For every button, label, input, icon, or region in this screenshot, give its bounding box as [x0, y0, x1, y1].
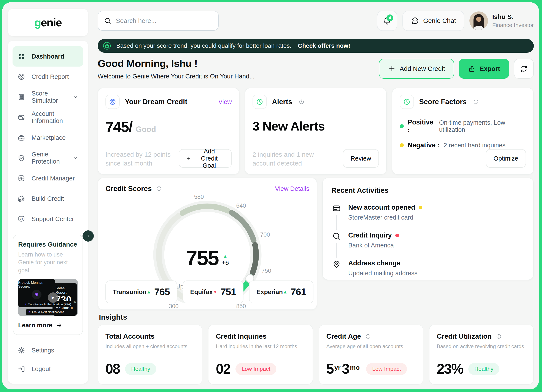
sidebar-item-support-center[interactable]: 24 Support Center — [12, 209, 83, 229]
chevron-down-icon — [73, 155, 79, 161]
sidebar-item-credit-manager[interactable]: Credit Manager — [12, 168, 83, 188]
sidebar-item-label: Settings — [32, 347, 54, 354]
arrow-right-icon — [56, 322, 63, 329]
guidance-card: Requires Guidance Learn how to use Genie… — [13, 235, 83, 335]
banner-cta[interactable]: Check offers now! — [298, 42, 350, 49]
gauge-score-value: 755 — [186, 246, 218, 270]
info-icon[interactable] — [496, 333, 502, 340]
add-credit-goal-button[interactable]: Add Credit Goal — [179, 149, 232, 168]
info-icon[interactable] — [473, 98, 479, 105]
search-icon — [332, 231, 341, 241]
insight-title: Credit Utilization — [437, 332, 492, 340]
target-icon — [105, 95, 120, 109]
gear-icon — [17, 346, 26, 355]
sidebar-item-score-simulator[interactable]: Score Simulator — [12, 87, 83, 107]
activity-title: New account opened — [348, 204, 415, 211]
credit-card-icon — [332, 204, 341, 213]
sidebar: genie Dashboard Credit Report Score Simu — [8, 9, 88, 384]
clock-icon — [400, 95, 414, 109]
play-button[interactable]: ▶ — [48, 292, 58, 303]
chevron-down-icon — [73, 94, 79, 100]
learn-more-link[interactable]: Learn more — [18, 322, 78, 329]
info-icon[interactable] — [298, 98, 305, 105]
sidebar-item-genie-protection[interactable]: Genie Protection — [12, 148, 83, 168]
card-title: Score Factors — [419, 98, 467, 106]
insight-value: 08 — [105, 361, 120, 377]
activity-subtitle: Updated mailing address — [348, 270, 417, 277]
negative-value: 2 recent hard inquiries — [444, 142, 505, 149]
sidebar-item-label: Credit Manager — [32, 175, 75, 182]
alerts-note: 2 inquiries and 1 new account detected — [253, 150, 326, 168]
optimize-button[interactable]: Optimize — [486, 149, 526, 168]
sidebar-item-label: Genie Protection — [32, 151, 73, 165]
view-details-link[interactable]: View Details — [275, 185, 309, 192]
sidebar-item-credit-report[interactable]: Credit Report — [12, 66, 83, 87]
insight-value: 3 — [342, 361, 349, 377]
add-new-credit-button[interactable]: Add New Credit — [379, 59, 454, 79]
info-icon[interactable] — [365, 333, 371, 340]
credit-report-icon — [17, 72, 26, 81]
timeline-connector — [336, 215, 337, 230]
status-badge: Healthy — [468, 363, 499, 375]
app-canvas: genie Dashboard Credit Report Score Simu — [2, 2, 539, 389]
refresh-button[interactable] — [514, 59, 534, 79]
page-title: Good Morning, Ishu ! — [98, 57, 255, 69]
sidebar-item-logout[interactable]: Logout — [12, 359, 83, 378]
bureau-chip-experian[interactable]: Experian ▲761 — [249, 280, 314, 303]
purple-shield-icon — [32, 290, 42, 299]
guidance-title: Requires Guidance — [18, 241, 78, 248]
negative-label: Negative : — [408, 141, 440, 149]
card-title: Your Dream Credit — [125, 98, 187, 106]
badge-thumbs-up-icon — [102, 41, 111, 50]
sidebar-item-label: Marketplace — [32, 134, 66, 141]
insight-title: Total Accounts — [105, 332, 155, 340]
sidebar-item-settings[interactable]: Settings — [12, 341, 83, 359]
gauge-tick: 750 — [261, 267, 271, 274]
sidebar-collapse-button[interactable] — [82, 230, 94, 242]
dream-credit-card: Your Dream Credit View 745/ Good Increas… — [98, 88, 239, 174]
sidebar-item-label: Account Information — [32, 110, 79, 125]
activity-item: New account opened StoreMaster credit ca… — [331, 204, 525, 231]
sidebar-item-label: Build Credit — [32, 195, 64, 202]
dashboard-icon — [17, 52, 26, 61]
user-role: Finance Investor — [492, 22, 534, 28]
sidebar-item-account-information[interactable]: Account Information — [12, 107, 83, 127]
search-input[interactable] — [115, 17, 212, 25]
sidebar-item-marketplace[interactable]: Marketplace — [12, 127, 83, 148]
sidebar-item-label: Logout — [32, 365, 51, 373]
logo-accent: g — [34, 16, 41, 29]
trend-up-icon: ▲ — [223, 254, 228, 259]
share-icon — [468, 65, 476, 73]
notifications-button[interactable]: 4 — [377, 11, 397, 31]
bureau-chip-equifax[interactable]: Equifax ▼751 — [183, 280, 244, 303]
export-button[interactable]: Export — [459, 59, 509, 79]
bureau-chip-transunion[interactable]: Transunion ▲765 — [105, 280, 177, 303]
user-menu[interactable]: Ishu S. Finance Investor — [469, 11, 534, 30]
review-button[interactable]: Review — [343, 149, 379, 168]
bureau-score: 765 — [154, 286, 170, 298]
dream-score-label: Good — [136, 125, 156, 134]
sidebar-item-build-credit[interactable]: Build Credit — [12, 188, 83, 209]
chat-icon — [411, 16, 419, 25]
info-icon[interactable] — [156, 185, 162, 192]
gauge-score-delta: +6 — [222, 259, 229, 267]
genie-chat-button[interactable]: Genie Chat — [402, 11, 464, 31]
status-badge: Low Impact — [366, 363, 407, 375]
status-badge: Low Impact — [235, 363, 276, 375]
guidance-video-thumbnail[interactable]: Protect. Monitor. Secure. Sales Report 7… — [18, 279, 78, 316]
plus-icon — [186, 155, 191, 162]
insight-credit-age: Credit Age Average age of all open accou… — [319, 325, 423, 385]
logo-card: genie — [8, 9, 88, 36]
insight-total-accounts: Total Accounts Includes all open + close… — [98, 325, 202, 385]
sidebar-item-dashboard[interactable]: Dashboard — [12, 46, 83, 66]
page-header: Good Morning, Ishu ! Welcome to Genie Wh… — [98, 57, 534, 81]
genie-chat-label: Genie Chat — [423, 17, 456, 24]
search-bar[interactable] — [98, 11, 219, 31]
view-link[interactable]: View — [218, 98, 232, 105]
activity-item: Address change Updated mailing address — [331, 259, 525, 277]
card-title: Credit Scores — [105, 185, 152, 193]
banner-message: Based on your score trend, you could qua… — [116, 42, 291, 49]
wallet-icon — [17, 113, 26, 122]
gauge-tick: 700 — [260, 231, 270, 238]
topbar: 4 Genie Chat Ishu S. Finance Investor — [98, 10, 534, 32]
